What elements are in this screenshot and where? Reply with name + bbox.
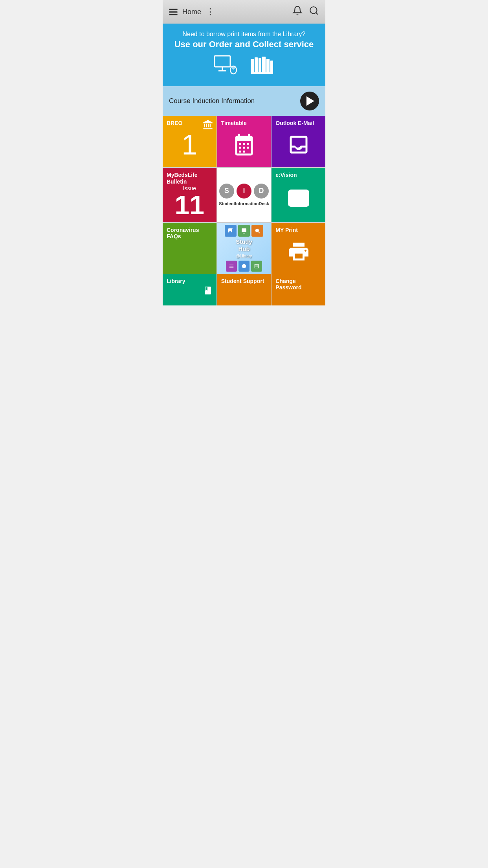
svg-point-22 <box>255 229 259 232</box>
id-card-icon <box>287 186 310 210</box>
banner-icons <box>169 55 319 81</box>
tile-studentsupport-title: Student Support <box>221 278 267 284</box>
myprint-icon-area <box>275 233 321 270</box>
sid-text-information: Information <box>235 201 259 206</box>
sid-d-circle: D <box>254 184 269 199</box>
computer-icon <box>213 55 238 81</box>
more-options-button[interactable]: ⋮ <box>206 7 215 17</box>
tile-timetable-title: Timetable <box>221 120 267 127</box>
tile-covid-title: Coronavirus FAQs <box>167 227 213 240</box>
printer-icon <box>287 240 310 263</box>
svg-rect-9 <box>255 57 258 72</box>
inbox-icon <box>287 133 310 156</box>
studyhub-image: StudyHub @Library <box>217 223 271 274</box>
induction-text: Course Induction Information <box>169 97 255 105</box>
svg-rect-10 <box>259 58 261 72</box>
tile-myprint-title: MY Print <box>275 227 321 234</box>
play-icon <box>306 96 314 106</box>
tile-change-password[interactable]: Change Password <box>272 274 325 305</box>
svg-point-0 <box>310 7 317 13</box>
tile-myprint[interactable]: MY Print <box>272 223 325 274</box>
tile-breo[interactable]: BREO 1 <box>163 116 216 167</box>
top-bar-left: Home ⋮ <box>169 7 215 17</box>
svg-rect-2 <box>215 56 230 67</box>
tile-covid[interactable]: Coronavirus FAQs <box>163 223 216 274</box>
outlook-icon-area <box>275 127 321 163</box>
timetable-icon-area <box>221 127 267 163</box>
svg-point-7 <box>232 66 235 70</box>
svg-line-23 <box>259 232 260 233</box>
play-button[interactable] <box>300 92 319 110</box>
tile-evision-title: e:Vision <box>275 172 321 178</box>
top-bar: Home ⋮ <box>163 0 325 24</box>
sid-i-circle: i <box>237 184 251 199</box>
tile-timetable[interactable]: Timetable <box>217 116 271 167</box>
svg-rect-20 <box>242 228 246 232</box>
sid-circles: S i D <box>219 184 269 199</box>
bottom-tiles: Library Student Support Change Password <box>163 274 325 305</box>
tile-evision[interactable]: e:Vision <box>272 168 325 222</box>
issue-number: 11 <box>175 191 205 218</box>
tile-studyhub[interactable]: StudyHub @Library <box>217 223 271 274</box>
tile-library-title: Library <box>167 278 213 284</box>
search-button[interactable] <box>309 6 319 18</box>
tile-student-support[interactable]: Student Support <box>217 274 271 305</box>
library-book-icon <box>203 286 213 295</box>
tile-grid: BREO 1 Timetable Outlook E-Mail MyBedsLi… <box>163 116 325 274</box>
tile-sid[interactable]: S i D StudentInformationDesk <box>217 168 271 222</box>
sid-text: StudentInformationDesk <box>219 201 269 206</box>
sid-logo: S i D StudentInformationDesk <box>221 172 267 218</box>
tile-outlook-title: Outlook E-Mail <box>275 120 321 127</box>
calendar-icon <box>232 133 256 156</box>
tile-mybeds-title: MyBedsLife Bulletin <box>167 172 213 185</box>
svg-rect-8 <box>251 59 254 72</box>
covid-icon-area <box>167 240 213 270</box>
tile-mybeds[interactable]: MyBedsLife Bulletin Issue 11 <box>163 168 216 222</box>
tile-library[interactable]: Library <box>163 274 216 305</box>
course-induction-bar[interactable]: Course Induction Information <box>163 86 325 116</box>
hamburger-menu-button[interactable] <box>169 9 178 15</box>
svg-rect-14 <box>251 72 273 74</box>
sid-s-circle: S <box>219 184 234 199</box>
banner-line2: Use our Order and Collect service <box>169 39 319 50</box>
mybeds-content: Issue 11 <box>167 185 213 218</box>
tile-changepassword-title: Change Password <box>275 278 321 291</box>
page-title: Home <box>182 8 201 16</box>
tile-outlook[interactable]: Outlook E-Mail <box>272 116 325 167</box>
svg-rect-11 <box>262 57 266 72</box>
banner-line1: Need to borrow print items from the Libr… <box>169 31 319 38</box>
top-bar-right <box>292 6 319 18</box>
library-banner[interactable]: Need to borrow print items from the Libr… <box>163 24 325 86</box>
svg-rect-13 <box>270 61 273 72</box>
books-icon <box>250 55 275 81</box>
sid-text-student: Student <box>219 201 235 206</box>
breo-institution-icon <box>202 119 213 132</box>
svg-rect-12 <box>266 59 270 72</box>
svg-line-1 <box>316 13 318 15</box>
svg-point-16 <box>292 194 297 199</box>
sid-text-desk: Desk <box>259 201 269 206</box>
evision-icon-area <box>275 178 321 218</box>
breo-number: 1 <box>167 127 213 163</box>
notification-bell-icon[interactable] <box>292 6 303 18</box>
